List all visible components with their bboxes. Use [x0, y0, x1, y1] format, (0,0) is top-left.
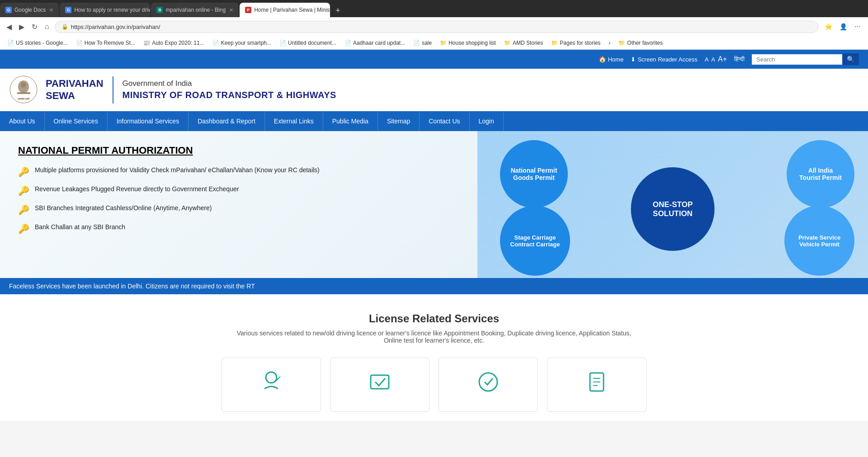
tab-label-parivahan: Home | Parivahan Sewa | Ministr... [254, 7, 330, 13]
svg-rect-6 [371, 375, 389, 389]
main-content: License Related Services Various service… [0, 294, 868, 421]
search-button[interactable]: 🔍 [842, 53, 859, 65]
bookmark-icon-amd-stories: 📁 [504, 40, 511, 46]
tab-close-google-docs[interactable]: ✕ [49, 7, 53, 13]
home-link[interactable]: 🏠 Home [599, 56, 624, 63]
circle-stage-label: Stage Carriage Contract Carriage [510, 234, 560, 248]
ministry-name: MINISTRY OF ROAD TRANSPORT & HIGHWAYS [123, 89, 336, 101]
circle-center-label: ONE-STOP SOLUTION [653, 200, 693, 218]
screen-reader-link[interactable]: ⬇ Screen Reader Access [631, 56, 697, 63]
tab-mparivahan[interactable]: B mparivahan online - Bing ✕ [151, 3, 239, 17]
bookmark-aadhaar[interactable]: 📄 Aadhaar card updat... [341, 39, 409, 47]
refresh-button[interactable]: ↻ [30, 21, 39, 33]
circle-allindia-permit[interactable]: All India Tourist Permit [787, 140, 854, 208]
svg-point-7 [479, 373, 497, 391]
nav-login[interactable]: Login [470, 111, 504, 131]
ministry-text: Government of India MINISTRY OF ROAD TRA… [123, 78, 336, 102]
site-header: सत्यमेव जयते PARIVAHAN SEWA Government o… [0, 69, 868, 111]
service-card-icon-4 [583, 368, 610, 401]
tab-how-to-apply[interactable]: G How to apply or renew your driv... ✕ [60, 3, 150, 17]
forward-button[interactable]: ▶ [17, 21, 26, 33]
home-icon: 🏠 [599, 56, 606, 63]
nav-online-services[interactable]: Online Services [45, 111, 108, 131]
tab-parivahan[interactable]: P Home | Parivahan Sewa | Ministr... ✕ [240, 3, 330, 17]
more-button[interactable]: ⋯ [852, 21, 863, 32]
bookmark-amd-stories[interactable]: 📁 AMD Stories [500, 39, 547, 47]
new-tab-button[interactable]: + [331, 4, 345, 17]
bookmark-icon-how-to-remove: 📄 [76, 40, 83, 46]
ticker-text: Faceless Services have been launched in … [9, 283, 255, 290]
browser-actions: ⭐ 👤 ⋯ [822, 21, 863, 32]
bookmark-keep-smartph[interactable]: 📄 Keep your smartph... [209, 39, 275, 47]
bookmark-untitled[interactable]: 📄 Untitled document... [276, 39, 340, 47]
bookmark-label-how-to-remove: How To Remove St... [85, 40, 136, 46]
back-button[interactable]: ◀ [5, 21, 14, 33]
circles-container: National Permit Goods Permit All India T… [477, 131, 868, 278]
font-medium-button[interactable]: A [711, 56, 715, 63]
browser-chrome: G Google Docs ✕ G How to apply or renew … [0, 0, 868, 50]
screen-reader-arrow-icon: ⬇ [631, 56, 636, 63]
nav-informational-services[interactable]: Informational Services [108, 111, 189, 131]
bookmark-pages-for-stories[interactable]: 📁 Pages for stories [547, 39, 604, 47]
nav-contact-us[interactable]: Contact Us [420, 111, 469, 131]
service-card-1[interactable] [222, 358, 321, 412]
government-label: Government of India [123, 78, 336, 89]
hindi-language-button[interactable]: हिन्दी [734, 56, 745, 63]
nav-external-links[interactable]: External Links [265, 111, 323, 131]
search-input[interactable] [752, 54, 842, 65]
bookmark-sale[interactable]: 📄 sale [410, 39, 435, 47]
font-large-button[interactable]: A+ [718, 55, 727, 63]
circle-one-stop[interactable]: ONE-STOP SOLUTION [631, 167, 715, 251]
service-card-icon-1 [258, 368, 285, 401]
service-card-2[interactable] [330, 358, 429, 412]
circle-national-permit[interactable]: National Permit Goods Permit [500, 140, 568, 208]
bookmark-icon-keep-smartph: 📄 [212, 40, 219, 46]
font-small-button[interactable]: A [705, 56, 709, 63]
tab-google-docs[interactable]: G Google Docs ✕ [0, 3, 59, 17]
service-card-icon-2 [366, 368, 393, 401]
bookmark-house-shopping[interactable]: 📁 House shopping list [436, 39, 500, 47]
bookmark-how-to-remove[interactable]: 📄 How To Remove St... [72, 39, 139, 47]
hero-feature-4: 🔑 Bank Challan at any SBI Branch [18, 222, 459, 234]
home-label: Home [608, 56, 624, 63]
bookmark-us-stories[interactable]: 📄 US stories - Google... [4, 39, 71, 47]
circle-stage-carriage[interactable]: Stage Carriage Contract Carriage [500, 206, 570, 276]
feature-icon-4: 🔑 [18, 223, 29, 234]
feature-text-2: Revenue Leakages Plugged Revenue directl… [35, 184, 239, 194]
nav-sitemap[interactable]: Sitemap [378, 111, 420, 131]
bookmark-label-aadhaar: Aadhaar card updat... [353, 40, 405, 46]
bookmark-more-chevron[interactable]: › [605, 39, 614, 47]
nav-public-media[interactable]: Public Media [323, 111, 378, 131]
logo-section: सत्यमेव जयते PARIVAHAN SEWA [9, 75, 104, 104]
bookmark-label-keep-smartph: Keep your smartph... [221, 40, 271, 46]
service-card-3[interactable] [439, 358, 538, 412]
home-button[interactable]: ⌂ [43, 21, 51, 33]
bookmark-label-house-shopping: House shopping list [448, 40, 496, 46]
bookmark-icon-house-shopping: 📁 [440, 40, 447, 46]
feature-text-3: SBI Branches Integrated Cashless/Online … [35, 203, 212, 213]
bookmark-other-favorites[interactable]: 📁 Other favorites [615, 39, 666, 47]
nav-dashboard-report[interactable]: Dashboard & Report [189, 111, 265, 131]
feature-icon-1: 🔑 [18, 166, 29, 177]
license-section-description: Various services related to new/old driv… [231, 330, 637, 344]
bookmark-icon-us-stories: 📄 [7, 40, 14, 46]
tab-close-mparivahan[interactable]: ✕ [229, 7, 233, 13]
bookmark-icon-other-favorites: 📁 [618, 40, 625, 46]
search-bar: 🔍 [752, 53, 859, 65]
circle-private-service[interactable]: Private Service Vehicle Permit [784, 206, 854, 276]
service-card-4[interactable] [547, 358, 646, 412]
tab-icon-google-docs: G [5, 7, 12, 13]
feature-icon-3: 🔑 [18, 204, 29, 215]
bookmark-auto-expo[interactable]: 📰 Auto Expo 2020: 11... [140, 39, 208, 47]
bookmark-label-auto-expo: Auto Expo 2020: 11... [152, 40, 204, 46]
nav-about-us[interactable]: About Us [0, 111, 45, 131]
address-bar[interactable]: 🔒 https://parivahan.gov.in/parivahan/ [55, 21, 818, 33]
ticker-bar: Faceless Services have been launched in … [0, 278, 868, 294]
government-emblem: सत्यमेव जयते [9, 75, 38, 104]
header-divider [113, 76, 113, 104]
bookmark-label-other-favorites: Other favorites [627, 40, 663, 46]
hero-feature-2: 🔑 Revenue Leakages Plugged Revenue direc… [18, 184, 459, 196]
extensions-button[interactable]: ⭐ [822, 21, 835, 32]
profile-button[interactable]: 👤 [837, 21, 850, 32]
browser-tabs: G Google Docs ✕ G How to apply or renew … [0, 0, 868, 17]
